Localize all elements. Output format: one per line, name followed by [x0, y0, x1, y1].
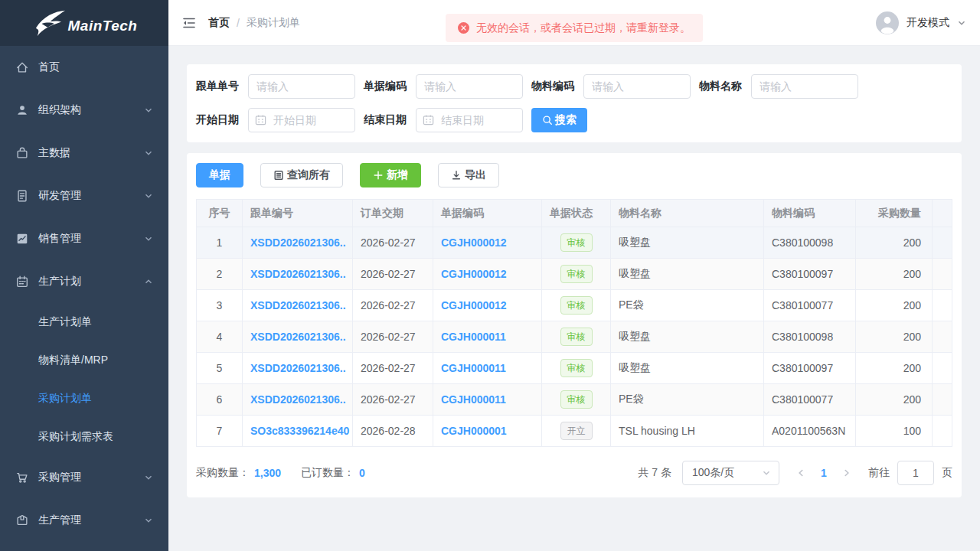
cell-material-name: PE袋 [611, 384, 764, 416]
add-button[interactable]: 新增 [360, 163, 421, 187]
cell-empty [933, 353, 952, 384]
status-badge: 审核 [560, 390, 593, 409]
cell-follow-no[interactable]: XSDD2026021306.. [243, 353, 353, 384]
status-badge: 审核 [542, 384, 611, 416]
cell-material-code: C380100098 [764, 227, 856, 259]
chevron-down-icon [957, 18, 966, 28]
goto-page-input[interactable] [897, 461, 934, 485]
sidebar-item-sales-management[interactable]: 销售管理 [0, 217, 168, 260]
cell-material-code: C380100097 [764, 259, 856, 290]
prev-page-icon[interactable] [790, 461, 812, 485]
topbar: 首页 / 采购计划单 无效的会话，或者会话已过期，请重新登录。 开发模式 [168, 0, 980, 46]
cell-qty: 200 [856, 353, 933, 384]
chevron-down-icon [144, 516, 153, 525]
cell-empty [933, 259, 952, 290]
material-name-input[interactable] [751, 74, 858, 99]
column-header: 采购数量 [856, 200, 933, 227]
field-label: 物料编码 [531, 80, 574, 93]
column-header: 跟单编号 [243, 200, 353, 227]
sidebar-fold-icon[interactable] [181, 15, 198, 31]
filter-row-1: 跟单单号 单据编码 物料编码 物料名称 [196, 74, 952, 99]
sidebar-subitem-purchase-plan-order[interactable]: 采购计划单 [0, 380, 168, 418]
status-badge: 审核 [560, 296, 593, 315]
sidebar-item-purchase-management[interactable]: 采购管理 [0, 456, 168, 499]
field-material-code: 物料编码 [531, 74, 691, 99]
field-label: 单据编码 [364, 80, 407, 93]
breadcrumb: 首页 / 采购计划单 [208, 16, 300, 30]
cell-doc-no[interactable]: CGJH000012 [433, 290, 542, 321]
table-row[interactable]: 1XSDD2026021306..2026-02-27CGJH000012审核吸… [197, 227, 952, 259]
avatar [876, 11, 899, 34]
sidebar-item-production-management[interactable]: 生产管理 [0, 499, 168, 542]
query-all-button[interactable]: 查询所有 [260, 163, 343, 187]
doc-no-input[interactable] [416, 74, 523, 99]
field-material-name: 物料名称 [699, 74, 858, 99]
cell-follow-no[interactable]: XSDD2026021306.. [243, 227, 353, 259]
purchase-qty-label: 采购数量： [196, 466, 250, 480]
cell-doc-no[interactable]: CGJH000001 [433, 416, 542, 447]
chevron-down-icon [144, 473, 153, 482]
field-label: 跟单单号 [196, 80, 239, 93]
sidebar-item-label: 采购管理 [38, 471, 144, 484]
cell-doc-no[interactable]: CGJH000012 [433, 259, 542, 290]
cell-follow-no[interactable]: XSDD2026021306.. [243, 259, 353, 290]
material-code-input[interactable] [583, 74, 691, 99]
sidebar-subitem-bom-mrp[interactable]: 物料清单/MRP [0, 341, 168, 380]
table-row[interactable]: 5XSDD2026021306..2026-02-27CGJH000011审核吸… [197, 353, 952, 384]
cell-doc-no[interactable]: CGJH000011 [433, 384, 542, 416]
page-size-select[interactable]: 100条/页 [682, 461, 779, 485]
sidebar-subitem-production-plan-order[interactable]: 生产计划单 [0, 303, 168, 341]
filter-panel: 跟单单号 单据编码 物料编码 物料名称 开始日期 [187, 64, 962, 142]
cell-doc-no[interactable]: CGJH000011 [433, 321, 542, 353]
column-header: 物料名称 [611, 200, 764, 227]
download-icon [451, 170, 462, 181]
follow-no-input[interactable] [248, 74, 355, 99]
logo-text: MainTech [68, 18, 138, 34]
sidebar-subitem-purchase-plan-demand[interactable]: 采购计划需求表 [0, 418, 168, 456]
user-menu[interactable]: 开发模式 [876, 11, 966, 34]
bill-button[interactable]: 单据 [196, 163, 243, 187]
cell-follow-no[interactable]: XSDD2026021306.. [243, 321, 353, 353]
search-icon [542, 115, 553, 126]
table-row[interactable]: 3XSDD2026021306..2026-02-27CGJH000012审核P… [197, 290, 952, 321]
table-row[interactable]: 2XSDD2026021306..2026-02-27CGJH000012审核吸… [197, 259, 952, 290]
calendar-icon [423, 114, 434, 126]
main-area: 首页 / 采购计划单 无效的会话，或者会话已过期，请重新登录。 开发模式 跟 [168, 0, 980, 551]
cell-empty [933, 227, 952, 259]
cell-delivery-date: 2026-02-28 [353, 416, 433, 447]
table-row[interactable]: 7SO3c833396214e402026-02-28CGJH000001开立T… [197, 416, 952, 447]
sidebar-item-org[interactable]: 组织架构 [0, 89, 168, 132]
field-label: 开始日期 [196, 113, 239, 127]
cell-follow-no[interactable]: SO3c833396214e40 [243, 416, 353, 447]
cell-doc-no[interactable]: CGJH000012 [433, 227, 542, 259]
status-badge: 开立 [542, 416, 611, 447]
sidebar-item-master-data[interactable]: 主数据 [0, 132, 168, 174]
calendar-icon [255, 114, 266, 126]
cell-index: 7 [197, 416, 243, 447]
export-button[interactable]: 导出 [438, 163, 499, 187]
sidebar-item-rd-management[interactable]: 研发管理 [0, 174, 168, 217]
column-header: 单据状态 [542, 200, 611, 227]
cell-doc-no[interactable]: CGJH000011 [433, 353, 542, 384]
calendar-icon [15, 275, 29, 289]
chevron-down-icon [144, 148, 153, 158]
search-button[interactable]: 搜索 [531, 108, 587, 132]
column-header: 订单交期 [353, 200, 433, 227]
sidebar-item-label: 研发管理 [38, 189, 144, 203]
sidebar-item-label: 组织架构 [38, 103, 144, 117]
logo-swoosh-icon [31, 8, 67, 38]
cell-empty [933, 321, 952, 353]
table-row[interactable]: 4XSDD2026021306..2026-02-27CGJH000011审核吸… [197, 321, 952, 353]
page-number[interactable]: 1 [813, 467, 835, 479]
status-badge: 开立 [560, 422, 593, 440]
sidebar-item-production-plan[interactable]: 生产计划 [0, 260, 168, 303]
cell-material-name: PE袋 [611, 290, 764, 321]
breadcrumb-home[interactable]: 首页 [208, 16, 230, 30]
next-page-icon[interactable] [836, 461, 858, 485]
cell-follow-no[interactable]: XSDD2026021306.. [243, 290, 353, 321]
box-icon [15, 514, 29, 527]
table-row[interactable]: 6XSDD2026021306..2026-02-27CGJH000011审核P… [197, 384, 952, 416]
sidebar-item-home[interactable]: 首页 [0, 46, 168, 89]
toolbar: 单据 查询所有 新增 导出 [196, 163, 952, 187]
cell-follow-no[interactable]: XSDD2026021306.. [243, 384, 353, 416]
